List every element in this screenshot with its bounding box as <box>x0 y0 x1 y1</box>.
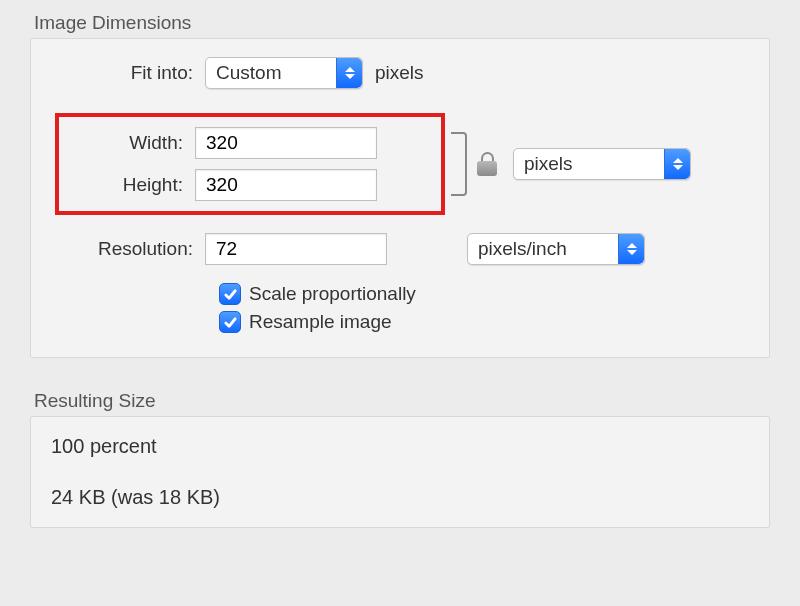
resulting-percent-text: 100 percent <box>51 435 749 458</box>
fit-into-select[interactable]: Custom <box>205 57 363 89</box>
resolution-unit-select[interactable]: pixels/inch <box>467 233 645 265</box>
height-label: Height: <box>63 174 195 196</box>
resample-image-row: Resample image <box>219 311 745 333</box>
stepper-arrows-icon <box>664 149 690 179</box>
resolution-unit-value: pixels/inch <box>468 234 618 264</box>
resulting-filesize-text: 24 KB (was 18 KB) <box>51 486 749 509</box>
width-height-group: Width: Height: pixels <box>55 113 745 215</box>
height-input[interactable] <box>195 169 377 201</box>
fit-into-unit-label: pixels <box>375 62 424 84</box>
scale-proportionally-label: Scale proportionally <box>249 283 416 305</box>
stepper-arrows-icon <box>618 234 644 264</box>
resolution-input[interactable] <box>205 233 387 265</box>
fit-into-label: Fit into: <box>55 62 205 84</box>
fit-into-select-value: Custom <box>206 58 336 88</box>
resulting-size-panel: 100 percent 24 KB (was 18 KB) <box>30 416 770 528</box>
resulting-size-group-label: Resulting Size <box>34 390 770 412</box>
stepper-arrows-icon <box>336 58 362 88</box>
width-input[interactable] <box>195 127 377 159</box>
link-bracket-icon <box>451 124 475 204</box>
dimension-unit-select[interactable]: pixels <box>513 148 691 180</box>
scale-proportionally-row: Scale proportionally <box>219 283 745 305</box>
fit-into-row: Fit into: Custom pixels <box>55 57 745 89</box>
resample-image-checkbox[interactable] <box>219 311 241 333</box>
lock-icon[interactable] <box>477 152 497 176</box>
dimension-unit-value: pixels <box>514 149 664 179</box>
resolution-label: Resolution: <box>55 238 205 260</box>
scale-proportionally-checkbox[interactable] <box>219 283 241 305</box>
width-height-highlight-box: Width: Height: <box>55 113 445 215</box>
dimensions-group-label: Image Dimensions <box>34 12 770 34</box>
dimensions-panel: Fit into: Custom pixels Width: Height: <box>30 38 770 358</box>
width-label: Width: <box>63 132 195 154</box>
resample-image-label: Resample image <box>249 311 392 333</box>
resolution-row: Resolution: pixels/inch <box>55 233 745 265</box>
